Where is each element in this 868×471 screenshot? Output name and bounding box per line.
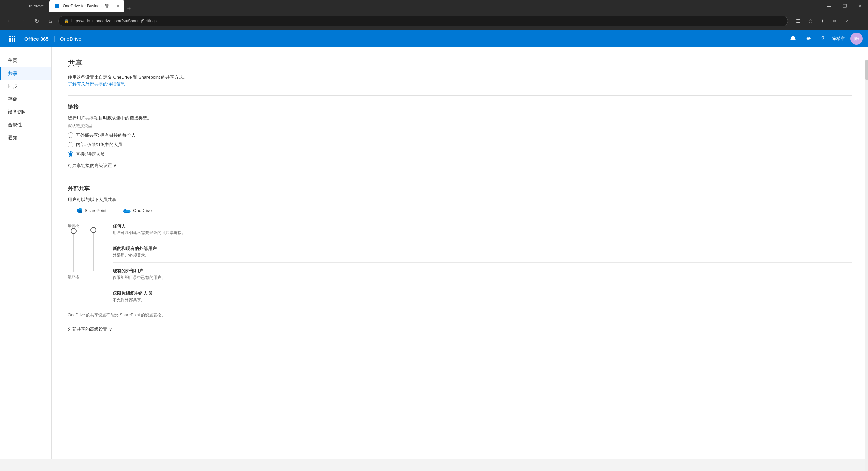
- svg-rect-4: [12, 38, 13, 40]
- tab-close-button[interactable]: ×: [117, 4, 119, 8]
- tab-inactive[interactable]: InPrivate: [24, 0, 49, 12]
- option-anyone-title: 任何人: [113, 223, 852, 229]
- page-description: 使用这些设置来自定义 OneDrive 和 Sharepoint 的共享方式。: [68, 74, 852, 81]
- link-type-radio-group: 可外部共享: 拥有链接的每个人 内部: 仅限组织中的人员 直接: 特定人员: [68, 132, 852, 157]
- external-sharing-title: 外部共享: [68, 185, 852, 192]
- notes-icon[interactable]: ✏: [830, 16, 840, 26]
- maximize-button[interactable]: ❐: [837, 0, 852, 12]
- shareable-link-advanced-toggle[interactable]: 可共享链接的高级设置 ∨: [68, 163, 852, 169]
- settings-gear-icon[interactable]: [802, 33, 814, 45]
- radio-internal[interactable]: 内部: 仅限组织中的人员: [68, 142, 852, 148]
- radio-direct[interactable]: 直接: 特定人员: [68, 151, 852, 157]
- sharepoint-icon: [76, 207, 83, 214]
- sidebar-item-device-access[interactable]: 设备访问: [0, 106, 51, 119]
- minimize-button[interactable]: —: [821, 0, 837, 12]
- user-avatar[interactable]: 陈: [850, 33, 863, 45]
- option-new-existing: 新的和现有的外部用户 外部用户必须登录。: [113, 246, 852, 263]
- svg-rect-1: [12, 36, 13, 37]
- links-section-title: 链接: [68, 104, 852, 111]
- sharepoint-tab[interactable]: SharePoint: [68, 205, 115, 218]
- back-button[interactable]: ←: [4, 16, 15, 26]
- sidebar: 主页 共享 同步 存储 设备访问 合规性 通知: [0, 47, 52, 459]
- refresh-button[interactable]: ↻: [31, 16, 42, 26]
- svg-rect-5: [14, 38, 15, 40]
- external-sharing-section: 外部共享 用户可以与以下人员共享: SharePoint: [68, 185, 852, 332]
- option-anyone: 任何人 用户可以创建不需要登录的可共享链接。: [113, 223, 852, 240]
- links-section-desc: 选择用户共享项目时默认选中的链接类型。: [68, 115, 852, 121]
- external-sharing-advanced-toggle[interactable]: 外部共享的高级设置 ∨: [68, 326, 852, 332]
- option-new-existing-desc: 外部用户必须登录。: [113, 252, 852, 258]
- scrollbar-thumb[interactable]: [865, 60, 868, 80]
- sidebar-item-compliance[interactable]: 合规性: [0, 119, 51, 131]
- radio-internal-label: 内部: 仅限组织中的人员: [76, 142, 122, 148]
- onedrive-title: OneDrive: [55, 36, 87, 42]
- divider-2: [68, 177, 852, 177]
- sharepoint-slider: 最宽松 最严格: [68, 223, 79, 280]
- waffle-menu-button[interactable]: [5, 32, 19, 45]
- sharing-level-container: 最宽松 最严格 . . 任何人: [68, 223, 852, 307]
- new-tab-button[interactable]: +: [127, 5, 131, 12]
- svg-point-11: [79, 210, 82, 213]
- notification-bell-icon[interactable]: [787, 33, 799, 45]
- main-content: 共享 使用这些设置来自定义 OneDrive 和 Sharepoint 的共享方…: [52, 47, 868, 459]
- sharing-options-list: 任何人 用户可以创建不需要登录的可共享链接。 新的和现有的外部用户 外部用户必须…: [113, 223, 852, 307]
- radio-external-share[interactable]: 可外部共享: 拥有链接的每个人: [68, 132, 852, 138]
- scrollbar[interactable]: [865, 60, 868, 459]
- onedrive-icon: [123, 208, 131, 213]
- option-existing: 现有的外部用户 仅限组织目录中已有的用户。: [113, 268, 852, 285]
- sidebar-item-sync[interactable]: 同步: [0, 80, 51, 93]
- option-new-existing-title: 新的和现有的外部用户: [113, 246, 852, 252]
- svg-rect-8: [14, 40, 15, 42]
- user-share-desc: 用户可以与以下人员共享:: [68, 197, 852, 203]
- option-existing-desc: 仅限组织目录中已有的用户。: [113, 275, 852, 281]
- close-window-button[interactable]: ✕: [852, 0, 868, 12]
- default-link-type-label: 默认链接类型: [68, 123, 852, 129]
- forward-button[interactable]: →: [18, 16, 28, 26]
- user-name-label[interactable]: 陈希章: [832, 36, 845, 42]
- option-org-only: 仅限你组织中的人员 不允许外部共享。: [113, 290, 852, 307]
- learn-more-link[interactable]: 了解有关外部共享的详细信息: [68, 81, 125, 86]
- svg-rect-0: [9, 36, 11, 37]
- reading-mode-icon[interactable]: ☰: [793, 16, 803, 26]
- share-icon[interactable]: ↗: [842, 16, 852, 26]
- sharepoint-slider-thumb[interactable]: [71, 228, 77, 234]
- svg-rect-3: [9, 38, 11, 40]
- help-question-icon[interactable]: ?: [817, 33, 829, 45]
- sharing-tabs: SharePoint OneDrive: [68, 205, 852, 218]
- sidebar-item-sharing[interactable]: 共享: [0, 67, 51, 80]
- home-button[interactable]: ⌂: [45, 16, 56, 26]
- option-anyone-desc: 用户可以创建不需要登录的可共享链接。: [113, 230, 852, 236]
- slider-top-label: 最宽松: [68, 223, 79, 228]
- option-existing-title: 现有的外部用户: [113, 268, 852, 274]
- option-org-only-title: 仅限你组织中的人员: [113, 290, 852, 296]
- page-title: 共享: [68, 58, 852, 68]
- slider-bottom-label: 最严格: [68, 274, 79, 280]
- more-button[interactable]: ⋯: [854, 16, 864, 26]
- favorites-icon[interactable]: ☆: [806, 16, 815, 26]
- sidebar-item-home[interactable]: 主页: [0, 54, 51, 67]
- radio-external-label: 可外部共享: 拥有链接的每个人: [76, 132, 136, 138]
- radio-direct-label: 直接: 特定人员: [76, 151, 105, 157]
- option-org-only-desc: 不允许外部共享。: [113, 297, 852, 303]
- svg-rect-6: [9, 40, 11, 42]
- sidebar-item-storage[interactable]: 存储: [0, 93, 51, 106]
- svg-rect-2: [14, 36, 15, 37]
- office365-title: Office 365: [19, 36, 55, 42]
- onedrive-slider: . .: [93, 223, 94, 278]
- onedrive-tab[interactable]: OneDrive: [115, 205, 160, 218]
- links-section: 链接 选择用户共享项目时默认选中的链接类型。 默认链接类型 可外部共享: 拥有链…: [68, 104, 852, 169]
- sharing-info-text: OneDrive 的共享设置不能比 SharePoint 的设置宽松。: [68, 312, 852, 318]
- hub-icon[interactable]: ✦: [818, 16, 827, 26]
- svg-rect-7: [12, 40, 13, 42]
- onedrive-slider-thumb[interactable]: [90, 227, 96, 233]
- sidebar-item-notifications[interactable]: 通知: [0, 131, 51, 144]
- tab-active[interactable]: OneDrive for Business 管... ×: [49, 0, 124, 12]
- address-bar-input[interactable]: 🔒 https://admin.onedrive.com/?v=SharingS…: [58, 16, 788, 26]
- divider-1: [68, 95, 852, 96]
